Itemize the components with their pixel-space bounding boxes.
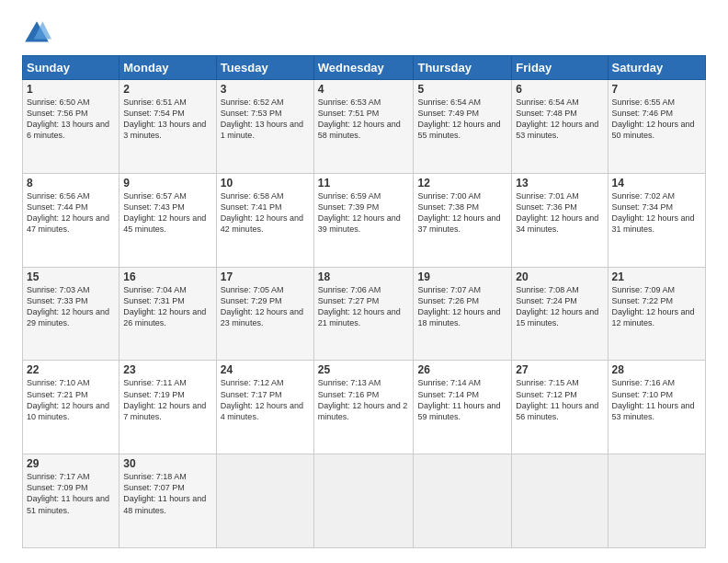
calendar-table: Sunday Monday Tuesday Wednesday Thursday… bbox=[22, 55, 706, 548]
day-number: 28 bbox=[612, 363, 701, 376]
cell-info: Sunrise: 6:50 AMSunset: 7:56 PMDaylight:… bbox=[27, 98, 109, 140]
day-number: 25 bbox=[318, 363, 410, 376]
col-friday: Friday bbox=[512, 56, 608, 80]
day-number: 10 bbox=[221, 177, 310, 190]
day-number: 5 bbox=[417, 83, 507, 96]
col-saturday: Saturday bbox=[608, 56, 705, 80]
col-thursday: Thursday bbox=[414, 56, 512, 80]
header-row: Sunday Monday Tuesday Wednesday Thursday… bbox=[23, 56, 706, 80]
calendar-cell bbox=[313, 454, 414, 548]
calendar-cell: 2Sunrise: 6:51 AMSunset: 7:54 PMDaylight… bbox=[119, 80, 217, 174]
logo bbox=[22, 18, 55, 48]
col-sunday: Sunday bbox=[23, 56, 119, 80]
day-number: 20 bbox=[516, 270, 603, 283]
calendar-row-5: 29Sunrise: 7:17 AMSunset: 7:09 PMDayligh… bbox=[23, 454, 706, 548]
calendar-cell: 6Sunrise: 6:54 AMSunset: 7:48 PMDaylight… bbox=[512, 80, 608, 174]
calendar-cell: 13Sunrise: 7:01 AMSunset: 7:36 PMDayligh… bbox=[512, 173, 608, 267]
day-number: 13 bbox=[516, 177, 603, 190]
calendar-cell: 16Sunrise: 7:04 AMSunset: 7:31 PMDayligh… bbox=[119, 267, 217, 361]
day-number: 2 bbox=[123, 83, 212, 96]
calendar-cell: 25Sunrise: 7:13 AMSunset: 7:16 PMDayligh… bbox=[313, 361, 414, 454]
calendar-row-1: 1Sunrise: 6:50 AMSunset: 7:56 PMDaylight… bbox=[23, 80, 706, 174]
calendar-cell: 9Sunrise: 6:57 AMSunset: 7:43 PMDaylight… bbox=[119, 173, 217, 267]
calendar-row-2: 8Sunrise: 6:56 AMSunset: 7:44 PMDaylight… bbox=[23, 173, 706, 267]
cell-info: Sunrise: 6:56 AMSunset: 7:44 PMDaylight:… bbox=[27, 191, 109, 234]
cell-info: Sunrise: 7:14 AMSunset: 7:14 PMDaylight:… bbox=[417, 378, 500, 420]
day-number: 24 bbox=[221, 363, 310, 376]
day-number: 9 bbox=[123, 177, 212, 190]
cell-info: Sunrise: 6:55 AMSunset: 7:46 PMDaylight:… bbox=[612, 98, 695, 140]
calendar-cell: 10Sunrise: 6:58 AMSunset: 7:41 PMDayligh… bbox=[216, 173, 313, 267]
cell-info: Sunrise: 6:54 AMSunset: 7:48 PMDaylight:… bbox=[516, 98, 598, 140]
calendar-cell: 30Sunrise: 7:18 AMSunset: 7:07 PMDayligh… bbox=[119, 454, 217, 548]
cell-info: Sunrise: 7:05 AMSunset: 7:29 PMDaylight:… bbox=[221, 285, 303, 327]
calendar-cell: 12Sunrise: 7:00 AMSunset: 7:38 PMDayligh… bbox=[414, 173, 512, 267]
calendar-cell: 3Sunrise: 6:52 AMSunset: 7:53 PMDaylight… bbox=[216, 80, 313, 174]
day-number: 19 bbox=[417, 270, 507, 283]
logo-icon bbox=[22, 18, 51, 48]
day-number: 16 bbox=[123, 270, 212, 283]
calendar-cell bbox=[608, 454, 705, 548]
page: Sunday Monday Tuesday Wednesday Thursday… bbox=[0, 0, 728, 563]
cell-info: Sunrise: 6:59 AMSunset: 7:39 PMDaylight:… bbox=[318, 191, 401, 234]
col-monday: Monday bbox=[119, 56, 217, 80]
day-number: 1 bbox=[27, 83, 115, 96]
day-number: 15 bbox=[27, 270, 115, 283]
cell-info: Sunrise: 6:58 AMSunset: 7:41 PMDaylight:… bbox=[221, 191, 303, 234]
calendar-row-4: 22Sunrise: 7:10 AMSunset: 7:21 PMDayligh… bbox=[23, 361, 706, 454]
col-tuesday: Tuesday bbox=[216, 56, 313, 80]
cell-info: Sunrise: 7:10 AMSunset: 7:21 PMDaylight:… bbox=[27, 378, 109, 420]
calendar-cell bbox=[512, 454, 608, 548]
calendar-cell: 23Sunrise: 7:11 AMSunset: 7:19 PMDayligh… bbox=[119, 361, 217, 454]
cell-info: Sunrise: 7:09 AMSunset: 7:22 PMDaylight:… bbox=[612, 285, 695, 327]
day-number: 17 bbox=[221, 270, 310, 283]
calendar-cell: 19Sunrise: 7:07 AMSunset: 7:26 PMDayligh… bbox=[414, 267, 512, 361]
header bbox=[22, 18, 706, 48]
cell-info: Sunrise: 7:15 AMSunset: 7:12 PMDaylight:… bbox=[516, 378, 598, 420]
day-number: 11 bbox=[318, 177, 410, 190]
calendar-cell: 26Sunrise: 7:14 AMSunset: 7:14 PMDayligh… bbox=[414, 361, 512, 454]
calendar-cell: 21Sunrise: 7:09 AMSunset: 7:22 PMDayligh… bbox=[608, 267, 705, 361]
day-number: 12 bbox=[417, 177, 507, 190]
cell-info: Sunrise: 7:12 AMSunset: 7:17 PMDaylight:… bbox=[221, 378, 303, 420]
cell-info: Sunrise: 7:01 AMSunset: 7:36 PMDaylight:… bbox=[516, 191, 598, 234]
cell-info: Sunrise: 7:08 AMSunset: 7:24 PMDaylight:… bbox=[516, 285, 598, 327]
cell-info: Sunrise: 6:57 AMSunset: 7:43 PMDaylight:… bbox=[123, 191, 206, 234]
cell-info: Sunrise: 7:18 AMSunset: 7:07 PMDaylight:… bbox=[123, 472, 206, 514]
day-number: 6 bbox=[516, 83, 603, 96]
cell-info: Sunrise: 7:02 AMSunset: 7:34 PMDaylight:… bbox=[612, 191, 695, 234]
calendar-cell: 20Sunrise: 7:08 AMSunset: 7:24 PMDayligh… bbox=[512, 267, 608, 361]
day-number: 14 bbox=[612, 177, 701, 190]
calendar-cell: 22Sunrise: 7:10 AMSunset: 7:21 PMDayligh… bbox=[23, 361, 119, 454]
calendar-cell: 11Sunrise: 6:59 AMSunset: 7:39 PMDayligh… bbox=[313, 173, 414, 267]
day-number: 21 bbox=[612, 270, 701, 283]
day-number: 8 bbox=[27, 177, 115, 190]
day-number: 3 bbox=[221, 83, 310, 96]
calendar-row-3: 15Sunrise: 7:03 AMSunset: 7:33 PMDayligh… bbox=[23, 267, 706, 361]
calendar-cell: 15Sunrise: 7:03 AMSunset: 7:33 PMDayligh… bbox=[23, 267, 119, 361]
day-number: 30 bbox=[123, 457, 212, 470]
cell-info: Sunrise: 7:11 AMSunset: 7:19 PMDaylight:… bbox=[123, 378, 206, 420]
calendar-cell: 17Sunrise: 7:05 AMSunset: 7:29 PMDayligh… bbox=[216, 267, 313, 361]
calendar-cell bbox=[414, 454, 512, 548]
cell-info: Sunrise: 6:51 AMSunset: 7:54 PMDaylight:… bbox=[123, 98, 206, 140]
day-number: 18 bbox=[318, 270, 410, 283]
cell-info: Sunrise: 7:06 AMSunset: 7:27 PMDaylight:… bbox=[318, 285, 401, 327]
calendar-cell: 8Sunrise: 6:56 AMSunset: 7:44 PMDaylight… bbox=[23, 173, 119, 267]
calendar-cell: 1Sunrise: 6:50 AMSunset: 7:56 PMDaylight… bbox=[23, 80, 119, 174]
calendar-cell: 29Sunrise: 7:17 AMSunset: 7:09 PMDayligh… bbox=[23, 454, 119, 548]
cell-info: Sunrise: 6:54 AMSunset: 7:49 PMDaylight:… bbox=[417, 98, 500, 140]
cell-info: Sunrise: 7:03 AMSunset: 7:33 PMDaylight:… bbox=[27, 285, 109, 327]
day-number: 23 bbox=[123, 363, 212, 376]
cell-info: Sunrise: 7:04 AMSunset: 7:31 PMDaylight:… bbox=[123, 285, 206, 327]
day-number: 26 bbox=[417, 363, 507, 376]
calendar-cell: 18Sunrise: 7:06 AMSunset: 7:27 PMDayligh… bbox=[313, 267, 414, 361]
cell-info: Sunrise: 7:07 AMSunset: 7:26 PMDaylight:… bbox=[417, 285, 500, 327]
col-wednesday: Wednesday bbox=[313, 56, 414, 80]
day-number: 27 bbox=[516, 363, 603, 376]
cell-info: Sunrise: 7:17 AMSunset: 7:09 PMDaylight:… bbox=[27, 472, 109, 514]
cell-info: Sunrise: 7:00 AMSunset: 7:38 PMDaylight:… bbox=[417, 191, 500, 234]
calendar-cell bbox=[216, 454, 313, 548]
day-number: 7 bbox=[612, 83, 701, 96]
day-number: 22 bbox=[27, 363, 115, 376]
